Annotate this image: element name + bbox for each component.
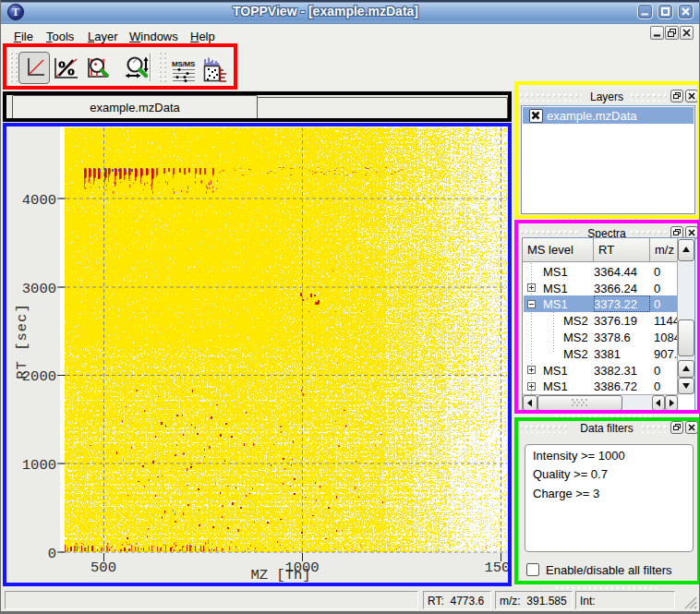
svg-text:MZ [Th]: MZ [Th]: [250, 567, 310, 583]
svg-text:RT [sec]: RT [sec]: [14, 303, 30, 379]
svg-text:1000: 1000: [22, 457, 56, 474]
svg-text:MS/MS: MS/MS: [172, 60, 196, 68]
svg-text:500: 500: [91, 560, 116, 576]
svg-text:1500: 1500: [484, 560, 508, 576]
svg-text:3000: 3000: [22, 281, 56, 297]
svg-text:4000: 4000: [22, 192, 56, 209]
svg-text:0: 0: [48, 546, 56, 562]
